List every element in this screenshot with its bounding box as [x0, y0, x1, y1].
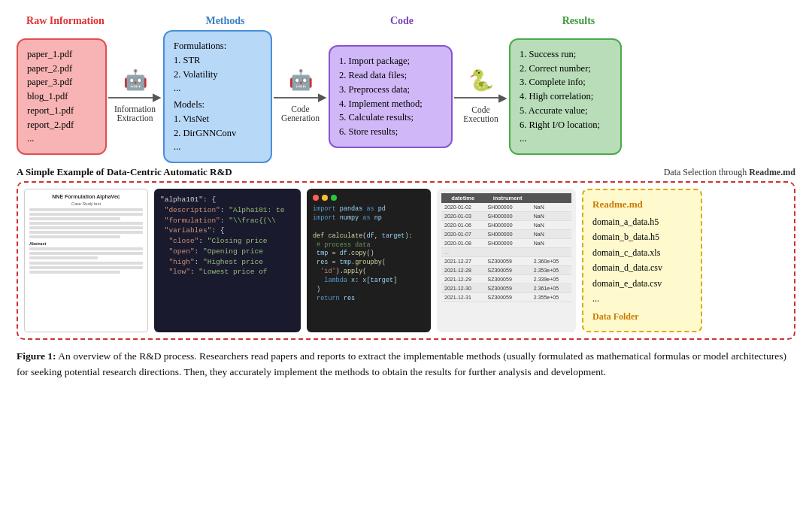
table-header-value [531, 193, 571, 203]
methods-formulations-label: Formulations: [174, 39, 262, 53]
methods-dots-1: ... [174, 81, 262, 95]
table-row: ... [441, 248, 571, 257]
readme-title: Readme.md [592, 196, 692, 213]
code-item-5: 5. Calculate results; [339, 111, 442, 125]
result-6: 6. Right I/O location; [520, 118, 611, 132]
table-row: 2020-01-06SH000000NaN [441, 221, 571, 230]
table-row: 2021-12-31SZ3000592.355e+05 [441, 293, 571, 302]
table-row: 2021-12-27SZ3000592.360e+05 [441, 257, 571, 266]
raw-file-3: paper_3.pdf [27, 75, 96, 89]
between-labels: A Simple Example of Data-Centric Automat… [17, 166, 795, 178]
table-row: 2020-01-08SH000000NaN [441, 239, 571, 248]
code-item-2: 2. Read data files; [339, 68, 442, 83]
raw-file-4: blog_1.pdf [27, 89, 96, 104]
result-7: ... [520, 132, 611, 146]
result-1: 1. Success run; [520, 47, 611, 62]
example-label: A Simple Example of Data-Centric Automat… [17, 166, 232, 178]
code-item-6: 6. Store results; [339, 125, 442, 139]
code-item-1: 1. Import package; [339, 54, 442, 68]
json-mockup: "alpha101": { "description": "Alpha101: … [154, 189, 301, 332]
table-mockup: datetime instrument 2020-01-02SH000000Na… [437, 189, 576, 332]
readme-file-3: domain_c_data.xls [592, 245, 692, 260]
caption-text: An overview of the R&D process. Research… [17, 350, 786, 377]
raw-file-2: paper_2.pdf [27, 62, 96, 76]
table-row: 2021-12-29SZ3000592.339e+05 [441, 275, 571, 284]
result-4: 4. High correlation; [520, 89, 611, 104]
result-5: 5. Accurate value; [520, 104, 611, 118]
table-row: 2020-01-07SH000000NaN [441, 230, 571, 239]
connector-3-label: Code Execution [463, 105, 498, 123]
methods-volatility: 2. Volatility [174, 68, 262, 82]
table-header-datetime: datetime [441, 193, 484, 203]
robot-icon-2: 🤖 [289, 71, 313, 90]
python-icon: 🐍 [468, 71, 494, 91]
raw-info-box: paper_1.pdf paper_2.pdf paper_3.pdf blog… [17, 38, 107, 155]
bottom-section: NNE Formulation AlphaVec Case Study text… [17, 181, 795, 340]
methods-box: Formulations: 1. STR 2. Volatility ... M… [163, 30, 272, 163]
raw-file-1: paper_1.pdf [27, 47, 96, 62]
methods-title: Methods [205, 15, 244, 26]
data-folder-label: Data Folder [592, 309, 692, 324]
paper-mockup: NNE Formulation AlphaVec Case Study text… [24, 189, 148, 332]
readme-file-2: domain_b_data.h5 [592, 229, 692, 244]
table-row: 2021-12-28SZ3000592.353e+05 [441, 266, 571, 275]
code-item-4: 4. Implement method; [339, 97, 442, 111]
results-title: Results [562, 15, 595, 26]
connector-3: 🐍 ▶ Code Execution [453, 71, 509, 123]
robot-icon-1: 🤖 [123, 71, 147, 90]
code-mockup: import pandas as pd import numpy as np d… [307, 189, 431, 332]
table-row: 2020-01-03SH000000NaN [441, 212, 571, 221]
figure-label: Figure 1: [17, 350, 56, 362]
raw-file-5: report_1.pdf [27, 104, 96, 118]
connector-2: 🤖 ▶ Code Generation [272, 71, 329, 123]
raw-file-7: ... [27, 132, 96, 146]
methods-dirgnn: 2. DirGNNConv [174, 126, 262, 141]
connector-1: 🤖 ▶ Information Extraction [107, 71, 163, 123]
methods-visnet: 1. VisNet [174, 112, 262, 126]
code-title: Code [390, 15, 414, 26]
table-row: 2021-12-30SZ3000592.361e+05 [441, 284, 571, 293]
readme-file-1: domain_a_data.h5 [592, 214, 692, 229]
methods-dots-2: ... [174, 140, 262, 154]
code-box: 1. Import package; 2. Read data files; 3… [329, 45, 453, 148]
readme-file-5: domain_e_data.csv [592, 276, 692, 291]
result-2: 2. Correct number; [520, 62, 611, 76]
results-box: 1. Success run; 2. Correct number; 3. Co… [509, 38, 622, 155]
table-row: 2020-01-02SH000000NaN [441, 203, 571, 212]
main-diagram: paper_1.pdf paper_2.pdf paper_3.pdf blog… [17, 30, 795, 163]
data-selection-label: Data Selection through Readme.md [664, 167, 795, 178]
readme-dots: ... [592, 291, 692, 306]
paper-title: NNE Formulation AlphaVec [29, 194, 143, 199]
connector-2-label: Code Generation [281, 105, 320, 123]
result-3: 3. Complete info; [520, 75, 611, 89]
connector-1-label: Information Extraction [114, 105, 156, 123]
caption: Figure 1: An overview of the R&D process… [17, 349, 795, 380]
raw-info-title: Raw Information [26, 15, 105, 26]
raw-file-6: report_2.pdf [27, 118, 96, 132]
code-item-3: 3. Preprocess data; [339, 83, 442, 97]
readme-file-4: domain_d_data.csv [592, 260, 692, 275]
methods-models-label: Models: [174, 98, 262, 112]
readme-box: Readme.md domain_a_data.h5 domain_b_data… [582, 189, 702, 332]
paper-subtitle: Case Study text [29, 201, 143, 206]
methods-str: 1. STR [174, 53, 262, 68]
table-header-instrument: instrument [484, 193, 530, 203]
